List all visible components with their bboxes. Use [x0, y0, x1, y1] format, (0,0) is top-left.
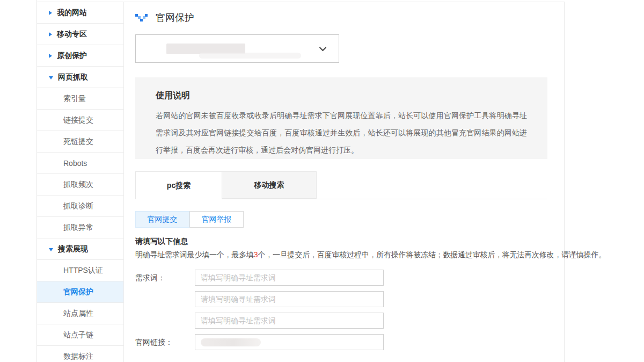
triangle-right-icon: [49, 11, 52, 15]
keyword-row-1: 需求词：: [135, 270, 404, 286]
divider: [564, 2, 565, 362]
site-link-label: 官网链接：: [135, 334, 173, 350]
sidebar-item-original-protection[interactable]: 原创保护: [37, 45, 123, 67]
tab-label: pc搜索: [167, 181, 191, 191]
redacted-site-value-smudge: [199, 53, 301, 59]
sidebar-item-link-submit[interactable]: 链接提交: [37, 110, 123, 131]
chevron-down-icon: [319, 46, 327, 51]
sidebar-item-crawl-frequency[interactable]: 抓取频次: [37, 174, 123, 196]
sidebar-item-site-property[interactable]: 站点属性: [37, 303, 123, 324]
sidebar-item-label: 抓取诊断: [63, 201, 93, 211]
sidebar-item-label: 数据标注: [63, 352, 93, 361]
sidebar-item-data-annotation[interactable]: 数据标注: [37, 346, 123, 362]
baidu-pixel-v-logo-icon: [135, 14, 148, 22]
sidebar-item-robots[interactable]: Robots: [37, 153, 123, 174]
sidebar-item-site-protection[interactable]: 官网保护: [37, 281, 123, 303]
report-site-tab[interactable]: 官网举报: [189, 211, 244, 228]
sidebar-item-dead-link-submit[interactable]: 死链提交: [37, 131, 123, 153]
sidebar-item-web-crawl[interactable]: 网页抓取: [37, 67, 123, 88]
keyword-row-2: [135, 291, 404, 307]
sidebar-item-my-sites[interactable]: 我的网站: [37, 2, 123, 24]
sidebar-item-label: 搜索展现: [58, 244, 88, 254]
subtab-label: 官网举报: [202, 215, 232, 225]
keyword-input-2[interactable]: [195, 291, 384, 307]
sidebar-item-label: 抓取异常: [63, 223, 93, 233]
page-header: 官网保护: [135, 10, 194, 26]
usage-instructions-panel: 使用说明 若网站的官网未被百度收录或收录后明确寻址需求下官网展现位置靠后，站长可…: [135, 77, 547, 159]
baidu-webmaster-page: 我的网站 移动专区 原创保护 网页抓取 索引量 链接提交 死链提交 Robots…: [0, 0, 644, 362]
tab-pc-search[interactable]: pc搜索: [135, 171, 222, 199]
search-type-tabs: pc搜索 移动搜索: [135, 171, 547, 199]
sidebar-item-label: 站点属性: [63, 309, 93, 318]
site-link-input[interactable]: [195, 334, 384, 350]
tab-mobile-search[interactable]: 移动搜索: [222, 171, 317, 199]
sidebar-item-crawl-diagnosis[interactable]: 抓取诊断: [37, 196, 123, 217]
divider: [123, 2, 124, 362]
keyword-label: 需求词：: [135, 270, 165, 286]
page-title: 官网保护: [156, 11, 194, 24]
triangle-right-icon: [49, 32, 52, 37]
sidebar-item-site-sublink[interactable]: 站点子链: [37, 324, 123, 346]
instructions-title: 使用说明: [156, 90, 527, 102]
subtab-label: 官网提交: [148, 215, 178, 225]
sidebar-item-label: 我的网站: [57, 8, 87, 18]
keyword-input-3[interactable]: [195, 313, 384, 329]
triangle-down-icon: [49, 248, 53, 251]
tab-label: 移动搜索: [254, 180, 284, 190]
sidebar-item-label: 官网保护: [63, 287, 93, 297]
sidebar-item-label: 索引量: [63, 94, 86, 104]
sidebar-item-label: 原创保护: [57, 51, 87, 61]
sidebar-item-label: 死链提交: [63, 137, 93, 147]
sidebar-item-label: 抓取频次: [63, 180, 93, 190]
sidebar-item-label: 移动专区: [57, 30, 87, 39]
sidebar-item-label: Robots: [63, 159, 87, 168]
site-link-row: 官网链接：: [135, 334, 404, 350]
sidebar-item-label: HTTPS认证: [63, 266, 103, 276]
keyword-input-1[interactable]: [195, 270, 384, 286]
action-toggle-group: 官网提交 官网举报: [135, 211, 244, 228]
sidebar-item-label: 链接提交: [63, 115, 93, 125]
form-heading: 请填写以下信息: [135, 237, 188, 247]
site-selector-dropdown[interactable]: [135, 34, 339, 63]
sidebar-item-index-volume[interactable]: 索引量: [37, 88, 123, 110]
submit-site-tab[interactable]: 官网提交: [135, 211, 189, 228]
sidebar-item-label: 网页抓取: [58, 73, 88, 82]
protection-form: 需求词： 官网链接：: [135, 270, 404, 356]
form-note-before: 明确寻址需求词最少填一个，最多填: [135, 250, 254, 259]
sidebar-item-search-display[interactable]: 搜索展现: [37, 238, 123, 260]
sidebar-nav: 我的网站 移动专区 原创保护 网页抓取 索引量 链接提交 死链提交 Robots…: [37, 2, 123, 362]
sidebar-item-crawl-exception[interactable]: 抓取异常: [37, 217, 123, 238]
sidebar-item-label: 站点子链: [63, 330, 93, 340]
sidebar-item-mobile-zone[interactable]: 移动专区: [37, 24, 123, 45]
form-note-after: 个，一旦提交后，百度审核过程中，所有操作将被冻结；数据通过审核后，将无法再次修改…: [258, 250, 606, 259]
triangle-down-icon: [49, 76, 53, 79]
triangle-right-icon: [49, 54, 52, 58]
form-note: 明确寻址需求词最少填一个，最多填3个，一旦提交后，百度审核过程中，所有操作将被冻…: [135, 250, 606, 260]
keyword-row-3: [135, 313, 404, 329]
sidebar-item-https-cert[interactable]: HTTPS认证: [37, 260, 123, 281]
instructions-body: 若网站的官网未被百度收录或收录后明确寻址需求下官网展现位置靠后，站长可以使用官网…: [156, 107, 527, 158]
